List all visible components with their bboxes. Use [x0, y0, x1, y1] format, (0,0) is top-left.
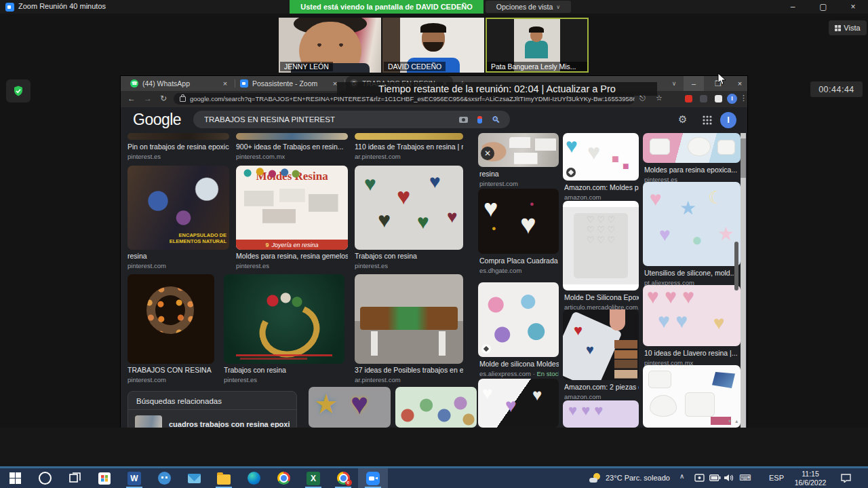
google-logo[interactable]: Google [133, 111, 181, 129]
extension-icon[interactable] [685, 95, 692, 102]
chrome-profile-button[interactable]: e [328, 468, 358, 488]
result-image[interactable] [395, 387, 477, 428]
photo-decoration [614, 340, 637, 379]
tab-whatsapp[interactable]: ☎ (44) WhatsApp × [126, 76, 233, 91]
related-image[interactable]: ♥ ♥ ■ ■ [563, 133, 639, 181]
search-icon[interactable]: 🔍︎ [492, 115, 500, 125]
encryption-badge[interactable] [6, 79, 31, 102]
heart-shape: ♥ [574, 322, 583, 339]
result-image[interactable] [355, 133, 463, 140]
file-explorer-button[interactable] [209, 468, 239, 488]
result-image[interactable]: Moldes Resina 9Joyería en resina [236, 166, 348, 250]
related-search-item[interactable]: cuadros trabajos con resina epoxica [128, 410, 296, 428]
reload-icon[interactable]: ↻ [160, 94, 167, 103]
result-image[interactable] [224, 274, 344, 364]
tab-zoom[interactable]: Posasistente - Zoom × [236, 76, 343, 91]
video-tile-pata-active-speaker[interactable]: Pata Banguera Lesly Mis... [486, 18, 589, 73]
start-button[interactable] [0, 468, 30, 488]
photo-decoration: ● [492, 224, 496, 232]
tab-close-icon[interactable]: × [221, 79, 229, 88]
related-caption: Molde de silicona Moldes d... es.aliexpr… [479, 360, 559, 377]
result-image[interactable] [127, 133, 229, 140]
language-indicator[interactable]: ESP [769, 474, 784, 482]
forward-icon[interactable]: → [144, 94, 152, 103]
related-image[interactable] [643, 133, 741, 163]
panel-scrollbar-thumb[interactable] [734, 242, 738, 290]
video-tile-jenny[interactable]: JENNY LEÓN [279, 18, 381, 73]
browser-close-button[interactable]: × [731, 76, 749, 91]
related-image[interactable]: ♡ ♡ ♡♡ ♡ ♡♡ ♡ ♡ [563, 201, 639, 290]
maximize-button[interactable]: ▢ [817, 1, 829, 12]
weather-text[interactable]: 23°C Parc. soleado [606, 474, 670, 482]
heart-shape: ♥ [447, 206, 457, 227]
cortana-search-button[interactable] [30, 468, 60, 488]
photo-decoration [420, 23, 446, 33]
view-options-button[interactable]: Opciones de vista∨ [486, 1, 571, 13]
google-search-box[interactable]: TRABAJOS EN RESINA PINTEREST 🔍︎ [193, 111, 510, 128]
extension-icon[interactable] [715, 95, 722, 102]
excel-button[interactable]: X [298, 468, 328, 488]
chrome-button[interactable] [269, 468, 298, 488]
screen-share-tray-icon[interactable] [694, 474, 705, 483]
word-button[interactable]: W [119, 468, 149, 488]
result-image[interactable]: ENCAPSULADO DE ELEMENTOS NATURAL [127, 166, 229, 250]
result-image[interactable]: ★ ♥ [309, 387, 391, 428]
excel-icon: X [307, 472, 320, 485]
date: 16/6/2022 [788, 478, 833, 487]
minimize-button[interactable]: – [787, 1, 799, 12]
related-image[interactable] [478, 282, 559, 357]
browser-minimize-button[interactable]: – [684, 76, 704, 91]
photo-decoration [525, 41, 548, 58]
close-panel-button[interactable]: ✕ [481, 147, 494, 160]
vista-button[interactable]: Vista [829, 20, 867, 35]
assistant-app-button[interactable] [149, 468, 179, 488]
weather-icon[interactable] [589, 473, 600, 483]
video-tile-david[interactable]: DAVID CEDEÑO [382, 18, 484, 73]
related-image[interactable] [643, 365, 741, 428]
image-search-camera-icon[interactable] [459, 117, 468, 123]
voice-search-mic-icon[interactable] [477, 116, 482, 124]
page-scrollbar-thumb[interactable] [741, 138, 746, 178]
product-tag-badge-icon [481, 344, 491, 354]
chrome-icon [277, 472, 290, 485]
google-apps-grid-icon[interactable] [703, 115, 712, 125]
related-image[interactable]: ♥ ★ ☾ ♥ ● ★ [643, 182, 741, 266]
battery-icon[interactable] [709, 474, 721, 481]
folder-icon [217, 474, 231, 485]
time-remaining-overlay[interactable]: Tiempo restante de la reunión: 02:04 | A… [337, 82, 657, 96]
result-image[interactable] [236, 133, 348, 140]
photo-decoration [509, 137, 556, 164]
gear-icon[interactable]: ⚙ [678, 113, 687, 126]
action-center-icon[interactable] [841, 474, 851, 483]
close-button[interactable]: × [847, 1, 859, 12]
result-image[interactable] [355, 274, 463, 364]
photo-decoration [529, 26, 544, 33]
related-image[interactable]: ♥ ♥ [563, 309, 639, 380]
related-image[interactable]: ♥ ♥ ♥ [563, 400, 639, 428]
star-shape: ★ [679, 197, 696, 219]
participant-name: JENNY LEÓN [280, 62, 333, 71]
keyboard-icon[interactable]: ⌨ [739, 473, 751, 483]
google-profile-avatar[interactable]: I [720, 112, 736, 128]
result-image[interactable] [127, 274, 214, 364]
result-image[interactable]: ♥ ♥ ♥ ♥ ♥ ♥ [355, 166, 463, 250]
hidden-icons-chevron[interactable]: ∧ [679, 472, 684, 480]
browser-profile-avatar[interactable]: I [727, 94, 737, 104]
microsoft-store-button[interactable] [90, 468, 119, 488]
edge-button[interactable] [239, 468, 269, 488]
back-icon[interactable]: ← [127, 94, 136, 103]
meeting-timer: 00:44:44 [810, 81, 863, 97]
related-image[interactable]: ♥ ♥ ♥ [478, 379, 559, 428]
extension-icon[interactable] [700, 95, 707, 102]
tab-search-chevron-icon[interactable]: ∨ [669, 76, 679, 91]
zoom-taskbar-button[interactable] [358, 468, 388, 488]
url-text: google.com/search?q=TRABAJOS+EN+RESINA+P… [190, 95, 635, 102]
panel-scroll-arrows[interactable]: ▾ ▴ [728, 418, 739, 424]
mail-button[interactable] [179, 468, 209, 488]
related-image[interactable]: ♥ ♥ ♥ ♥ ♥ ♥ [643, 285, 741, 346]
clock[interactable]: 11:15 16/6/2022 [788, 470, 833, 487]
speaker-icon[interactable] [724, 474, 734, 482]
related-image[interactable]: ♥ ♥ ● ● [478, 189, 559, 254]
task-view-button[interactable] [60, 468, 90, 488]
browser-menu-kebab-icon[interactable]: ⋮ [740, 94, 747, 102]
